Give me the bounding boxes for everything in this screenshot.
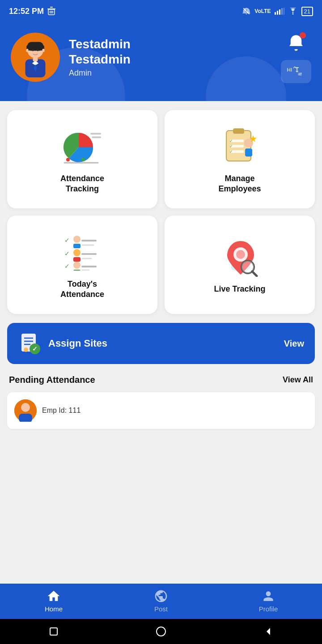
attendance-tracking-card[interactable]: AttendanceTracking — [7, 110, 157, 208]
language-toggle[interactable]: HI आ — [281, 60, 311, 83]
svg-text:✓: ✓ — [64, 250, 70, 257]
svg-marker-80 — [267, 628, 270, 635]
attendance-tracking-icon — [60, 126, 105, 166]
trash-icon — [47, 7, 55, 16]
svg-rect-48 — [73, 244, 80, 248]
nav-profile[interactable]: Profile — [215, 589, 322, 613]
time-display: 12:52 PM — [9, 7, 44, 16]
live-tracking-label: Live Tracking — [214, 284, 265, 294]
manage-employees-card[interactable]: ✓ ✓ ✓ ManageEmployees — [165, 110, 315, 208]
pending-item-info: Emp Id: 111 — [42, 407, 80, 415]
todays-attendance-label: Today'sAttendance — [60, 279, 104, 300]
assign-sites-icon: ✓ — [18, 332, 41, 355]
android-nav-bar — [0, 619, 322, 644]
svg-rect-10 — [281, 8, 283, 15]
pending-item-avatar — [14, 399, 37, 422]
status-icons: VoLTE 21 — [242, 7, 313, 16]
header-right: HI आ — [281, 31, 311, 83]
user-role: Admin — [69, 68, 131, 78]
svg-rect-58 — [73, 270, 80, 271]
svg-text:आ: आ — [298, 72, 302, 76]
svg-rect-44 — [245, 148, 252, 157]
volte-icon: VoLTE — [254, 8, 271, 14]
android-back-button[interactable] — [259, 623, 277, 640]
pending-attendance-item[interactable]: Emp Id: 111 — [7, 392, 315, 429]
svg-point-73 — [24, 347, 28, 352]
svg-rect-11 — [284, 8, 284, 15]
svg-rect-7 — [275, 12, 276, 15]
svg-rect-9 — [279, 9, 280, 15]
svg-point-31 — [66, 158, 70, 161]
globe-icon — [154, 589, 168, 603]
svg-text:✓: ✓ — [229, 144, 233, 148]
main-content: AttendanceTracking ✓ ✓ ✓ — [0, 101, 322, 441]
assign-sites-banner[interactable]: ✓ Assign Sites View — [7, 323, 315, 364]
svg-text:✓: ✓ — [64, 263, 70, 270]
nav-profile-label: Profile — [259, 605, 278, 613]
svg-point-22 — [37, 50, 39, 51]
user-name: Testadmin Testadmin — [69, 37, 131, 67]
svg-text:HI: HI — [287, 67, 292, 72]
todays-attendance-icon: ✓ ✓ ✓ — [60, 232, 105, 272]
svg-rect-77 — [19, 414, 32, 422]
svg-point-32 — [74, 158, 77, 161]
svg-rect-36 — [233, 128, 244, 134]
svg-text:✓: ✓ — [229, 149, 233, 154]
battery-level: 21 — [304, 8, 310, 15]
profile-icon — [261, 589, 275, 603]
pending-attendance-header: Pending Attendance View All — [7, 371, 315, 389]
translate-icon: HI आ — [286, 64, 306, 80]
status-bar: 12:52 PM VoLTE — [0, 0, 322, 22]
svg-rect-14 — [27, 42, 43, 51]
svg-point-23 — [26, 49, 28, 52]
nav-home[interactable]: Home — [0, 589, 107, 613]
header-left: Testadmin Testadmin Admin — [11, 33, 131, 82]
svg-point-52 — [73, 249, 80, 256]
user-info: Testadmin Testadmin Admin — [69, 37, 131, 78]
svg-point-12 — [292, 13, 293, 15]
svg-line-66 — [252, 271, 257, 276]
nav-home-label: Home — [45, 605, 63, 613]
wifi-icon — [288, 8, 298, 15]
svg-rect-20 — [33, 57, 38, 61]
svg-rect-1 — [50, 7, 53, 8]
android-home-button[interactable] — [152, 623, 170, 640]
live-tracking-icon — [217, 237, 262, 277]
svg-rect-78 — [50, 628, 57, 635]
mute-icon — [242, 7, 251, 16]
svg-point-79 — [157, 627, 165, 636]
attendance-tracking-label: AttendanceTracking — [60, 174, 104, 195]
cards-grid: AttendanceTracking ✓ ✓ ✓ — [7, 110, 315, 314]
home-icon — [47, 589, 61, 603]
manage-employees-icon: ✓ ✓ ✓ — [217, 126, 262, 166]
svg-point-21 — [32, 50, 34, 51]
svg-point-63 — [236, 250, 245, 259]
nav-post-label: Post — [154, 605, 168, 613]
svg-rect-74 — [24, 352, 28, 355]
nav-post[interactable]: Post — [107, 589, 215, 613]
pending-attendance-title: Pending Attendance — [9, 375, 95, 385]
svg-text:✓: ✓ — [32, 345, 38, 352]
pending-view-all-button[interactable]: View All — [283, 375, 313, 385]
bottom-nav: Home Post Profile — [0, 584, 322, 619]
notification-dot — [300, 32, 306, 38]
svg-rect-8 — [277, 11, 278, 15]
svg-text:✓: ✓ — [229, 139, 233, 143]
svg-point-24 — [42, 49, 44, 52]
assign-sites-view-button[interactable]: View — [284, 339, 304, 349]
svg-rect-53 — [73, 257, 80, 262]
svg-point-57 — [73, 262, 80, 269]
svg-point-47 — [73, 236, 80, 243]
todays-attendance-card[interactable]: ✓ ✓ ✓ — [7, 216, 157, 314]
android-recent-button[interactable] — [45, 623, 63, 640]
svg-point-33 — [81, 158, 85, 161]
battery-icon: 21 — [301, 7, 313, 16]
assign-sites-label: Assign Sites — [48, 338, 107, 349]
live-tracking-card[interactable]: Live Tracking — [165, 216, 315, 314]
manage-employees-label: ManageEmployees — [218, 174, 261, 195]
notification-button[interactable] — [284, 31, 308, 55]
avatar — [11, 33, 60, 82]
svg-text:✓: ✓ — [64, 237, 70, 244]
status-time: 12:52 PM — [9, 7, 55, 16]
signal-icon — [275, 8, 284, 15]
